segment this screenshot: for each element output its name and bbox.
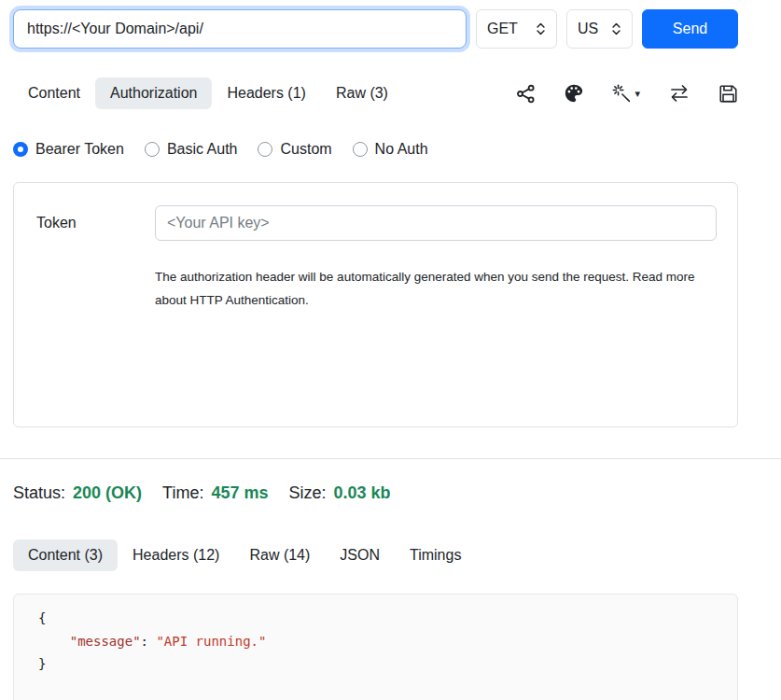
radio-custom[interactable]: Custom (258, 141, 331, 158)
response-json-code: { "message": "API running." } (38, 607, 737, 676)
token-input[interactable] (155, 205, 717, 241)
tab-response-raw[interactable]: Raw (14) (234, 539, 325, 571)
radio-label: No Auth (375, 141, 428, 158)
chevron-expand-icon (611, 21, 621, 36)
radio-bearer-token[interactable]: Bearer Token (13, 141, 124, 158)
json-key: "message" (70, 634, 141, 649)
radio-icon (353, 142, 368, 157)
response-body-panel: { "message": "API running." } (13, 594, 738, 700)
caret-down-icon: ▾ (635, 88, 640, 100)
swap-button[interactable] (668, 83, 690, 104)
status-label: Status: (13, 483, 65, 503)
response-tabs: Content (3) Headers (12) Raw (14) JSON T… (13, 539, 738, 571)
radio-icon (13, 142, 28, 157)
status-value: 200 (OK) (73, 483, 142, 503)
bearer-token-panel: Token The authorization header will be a… (13, 182, 738, 427)
size-label: Size: (288, 483, 326, 503)
radio-icon (145, 142, 160, 157)
radio-basic-auth[interactable]: Basic Auth (145, 141, 238, 158)
theme-button[interactable] (564, 83, 584, 104)
json-string-value: "API running." (156, 634, 266, 649)
chevron-expand-icon (536, 21, 546, 36)
swap-arrows-icon (668, 83, 690, 104)
response-status-row: Status: 200 (OK) Time: 457 ms Size: 0.03… (13, 483, 738, 503)
json-open-brace: { (38, 610, 46, 625)
method-select[interactable]: GET (476, 9, 557, 49)
request-tabs-row: Content Authorization Headers (1) Raw (3… (13, 77, 738, 109)
tab-response-headers[interactable]: Headers (12) (118, 539, 234, 571)
save-icon (718, 84, 738, 104)
auth-help-text: The authorization header will be automat… (155, 265, 704, 312)
size-value: 0.03 kb (334, 483, 391, 503)
request-tabs: Content Authorization Headers (1) Raw (3… (13, 77, 403, 109)
palette-icon (564, 83, 584, 104)
save-button[interactable] (718, 84, 738, 104)
url-input[interactable] (13, 9, 467, 49)
radio-no-auth[interactable]: No Auth (353, 141, 428, 158)
token-label: Token (36, 215, 155, 231)
tab-content[interactable]: Content (13, 77, 95, 109)
time-value: 457 ms (211, 483, 268, 503)
radio-label: Bearer Token (35, 141, 124, 158)
magic-menu-button[interactable]: ▾ (612, 84, 640, 104)
request-bar: GET US Send (13, 9, 738, 49)
api-client-page: GET US Send Content Authorization Header… (0, 9, 781, 700)
tab-response-content[interactable]: Content (3) (13, 539, 118, 571)
tab-authorization[interactable]: Authorization (95, 77, 212, 109)
region-select[interactable]: US (566, 9, 633, 49)
tab-response-json[interactable]: JSON (325, 539, 395, 571)
json-colon: : (141, 634, 157, 649)
radio-label: Basic Auth (167, 141, 238, 158)
share-button[interactable] (516, 84, 536, 104)
tab-raw[interactable]: Raw (3) (321, 77, 403, 109)
json-indent (38, 634, 70, 649)
request-toolbar: ▾ (516, 83, 738, 104)
radio-icon (258, 142, 272, 157)
region-select-value: US (578, 21, 598, 37)
magic-icon (612, 84, 632, 104)
tab-headers[interactable]: Headers (1) (212, 77, 320, 109)
method-select-value: GET (487, 21, 518, 37)
send-button[interactable]: Send (642, 9, 738, 49)
tab-response-timings[interactable]: Timings (395, 539, 476, 571)
json-close-brace: } (38, 656, 46, 671)
time-label: Time: (162, 483, 203, 503)
auth-type-row: Bearer Token Basic Auth Custom No Auth (13, 141, 738, 158)
radio-label: Custom (280, 141, 331, 158)
share-icon (516, 84, 536, 104)
section-divider (0, 458, 781, 459)
